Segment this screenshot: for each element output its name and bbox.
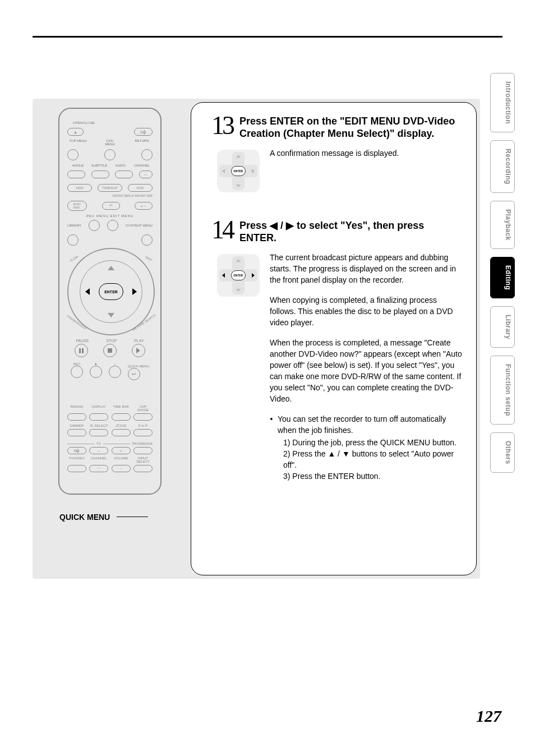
- remain-button: [67, 413, 86, 421]
- step-13-dpad-icon: ENTER: [217, 150, 260, 192]
- bullet-icon: •: [270, 413, 273, 482]
- tv-volume-down-button: －: [112, 465, 131, 472]
- step-14-n1: 1) During the job, press the QUICK MENU …: [278, 437, 463, 448]
- return-label: RETURN: [131, 139, 153, 146]
- eject-button: ▲: [67, 128, 84, 136]
- side-tabs: Introduction Recording Playback Editing …: [490, 73, 515, 473]
- dimmer-button: [67, 429, 86, 436]
- step-14-enter-icon: ENTER: [231, 270, 246, 280]
- dpad-down-icon: [108, 313, 114, 317]
- return-button: [141, 149, 153, 160]
- tab-recording[interactable]: Recording: [490, 140, 515, 193]
- library-button: [67, 234, 79, 246]
- time-bar-label: TIME BAR: [112, 405, 131, 412]
- rec-button: [71, 366, 83, 378]
- subtitle-button: [91, 170, 109, 178]
- dpad-right-icon: [132, 288, 137, 295]
- step-14: 14 Press ◀ / ▶ to select "Yes", then pre…: [205, 219, 463, 244]
- dimmer-label: DIMMER: [67, 424, 86, 427]
- library-label: LIBRARY: [67, 224, 82, 227]
- tab-function-setup[interactable]: Function setup: [490, 356, 515, 425]
- tv-video-label: TV/VIDEO: [67, 457, 86, 463]
- step-13-enter-icon: ENTER: [231, 166, 246, 176]
- top-menu-label: TOP MENU: [67, 139, 89, 146]
- stop-button: [103, 344, 117, 357]
- instant-skip-button: •→: [135, 202, 153, 210]
- time-bar-button: [112, 413, 131, 421]
- step-14-title-pre: Press: [239, 220, 270, 231]
- easy-navi-button: EASY NAVI: [67, 201, 87, 211]
- tv-power-button: I/⏻: [67, 447, 86, 454]
- page-number: 127: [476, 707, 501, 726]
- display-label: DISPLAY: [89, 405, 108, 412]
- step-14-title: Press ◀ / ▶ to select "Yes", then press …: [239, 219, 463, 244]
- dvd-menu-button: [104, 149, 116, 160]
- open-close-label: OPEN/CLOSE: [73, 121, 153, 125]
- step-13: 13 Press ENTER on the "EDIT MENU DVD-Vid…: [205, 115, 463, 140]
- tab-library[interactable]: Library: [490, 306, 515, 348]
- tab-playback[interactable]: Playback: [490, 201, 515, 249]
- zoom-button: [112, 429, 131, 436]
- progressive-button: [133, 447, 153, 454]
- pause-label: PAUSE: [76, 339, 89, 343]
- zoom-label: ZOOM: [112, 424, 131, 427]
- tv-video-button: [67, 465, 86, 472]
- quick-menu-callout-line: [117, 517, 148, 517]
- fl-select-button: [89, 429, 108, 436]
- tab-editing[interactable]: Editing: [490, 257, 515, 298]
- hdd-button: HDD: [67, 184, 92, 192]
- play-label: PLAY: [134, 339, 144, 343]
- top-menu-button: [67, 149, 79, 160]
- dvd-button: DVD: [128, 184, 153, 192]
- edit-menu-button: [107, 220, 118, 231]
- dpad-left-icon: [85, 288, 90, 295]
- step-14-n2: 2) Press the ▲ / ▼ buttons to select "Au…: [278, 448, 463, 471]
- skip-label: SKIP: [145, 255, 153, 261]
- step-14-p2: When copying is completed, a finalizing …: [270, 294, 463, 328]
- instant-replay-button: ↶: [102, 202, 120, 210]
- top-rule: [33, 36, 502, 38]
- angle-button: [67, 170, 85, 178]
- channel-label: CHANNEL: [131, 164, 153, 167]
- step-13-message: A confirmation message is displayed.: [270, 147, 463, 159]
- tab-introduction[interactable]: Introduction: [490, 73, 515, 132]
- timeslip-button: TIMESLIP: [98, 184, 122, 192]
- step-13-number: 13: [205, 115, 233, 140]
- slow-label: SLOW: [70, 255, 79, 262]
- stop-label: STOP: [106, 339, 117, 343]
- step-14-bullet: You can set the recorder to turn off aut…: [278, 413, 463, 436]
- audio-button: [115, 170, 133, 178]
- tv-label: TV: [96, 442, 101, 445]
- angle-label: ANGLE: [67, 164, 89, 167]
- power-button: I/⏻: [134, 128, 153, 136]
- quick-menu-callout: QUICK MENU: [59, 513, 110, 522]
- step-14-dpad-icon: ENTER: [217, 254, 260, 297]
- progressive-label: PROGRESSIVE: [132, 442, 153, 445]
- pinp-button: [133, 429, 153, 436]
- o-button: [109, 366, 121, 378]
- tv-volume-up-button: ＋: [112, 447, 131, 454]
- remote-diagram: OPEN/CLOSE ▲ I/⏻ TOP MENU DVD MENU RETUR…: [58, 108, 162, 495]
- step-14-p3: When the process is completed, a message…: [270, 337, 463, 404]
- tv-channel-label: CHANNEL: [89, 457, 108, 463]
- tab-others[interactable]: Others: [490, 432, 515, 473]
- content-menu-label: CONTENT MENU: [126, 224, 153, 227]
- tv-channel-up-button: ︿: [89, 447, 108, 454]
- play-button: [132, 344, 145, 357]
- remain-label: REMAIN: [67, 405, 86, 412]
- instant-label: INSTANT REPLAY INSTANT SKIP: [67, 194, 153, 197]
- tv-channel-down-button: ﹀: [89, 465, 108, 472]
- rec-menu-button: [89, 220, 100, 231]
- dvd-menu-label: DVD MENU: [99, 139, 121, 146]
- left-right-arrows-icon: ◀ / ▶: [270, 219, 294, 232]
- rec-edit-menu-label: REC MENU EDIT MENU: [67, 214, 153, 218]
- chp-divide-button: [133, 413, 153, 421]
- enter-button: ENTER: [99, 283, 123, 300]
- pause-button: [75, 344, 88, 357]
- remote-dpad: SLOW SKIP FRAME/ADJUST PICTURE SEARCH EN…: [67, 248, 155, 335]
- quick-menu-label: QUICK MENU: [128, 365, 149, 368]
- step-14-n2-pre: 2) Press the: [283, 449, 328, 458]
- audio-label: AUDIO: [110, 164, 131, 167]
- display-button: [89, 413, 108, 421]
- fl-select-label: FL SELECT: [89, 424, 108, 427]
